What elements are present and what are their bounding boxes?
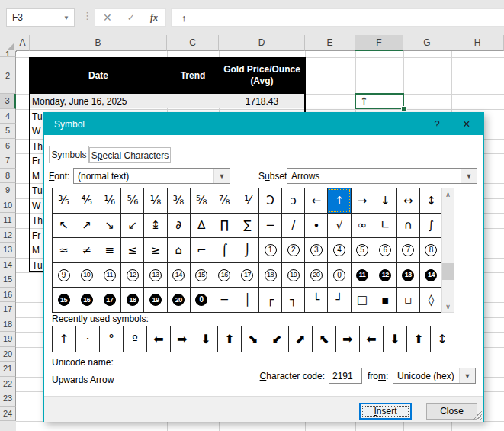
symbol-cell[interactable]: ∫ [420, 214, 442, 238]
symbol-cell[interactable]: ⅟ [236, 188, 258, 213]
symbol-cell[interactable]: ⅘ [75, 188, 98, 213]
symbol-cell[interactable]: ⌐ [191, 238, 213, 262]
subset-dropdown[interactable]: Arrows ▼ [287, 168, 477, 184]
row-header-3[interactable]: 3 [0, 94, 16, 109]
column-header-E[interactable]: E [305, 35, 355, 51]
symbol-cell[interactable]: Ɔ [259, 188, 281, 213]
symbol-cell[interactable]: ← [305, 188, 327, 213]
symbol-cell[interactable]: ─ [213, 288, 236, 312]
symbol-cell[interactable]: ∩ [397, 214, 419, 238]
symbol-cell[interactable]: ◊ [420, 288, 442, 312]
symbol-cell[interactable]: ↓ [374, 188, 396, 213]
symbol-cell[interactable]: 6 [374, 238, 396, 262]
from-dropdown[interactable]: Unicode (hex) ▼ [393, 368, 476, 384]
symbol-cell[interactable]: 17 [98, 288, 120, 312]
row-header-6[interactable]: 6 [0, 139, 16, 154]
recent-symbol-cell[interactable]: ⬇ [194, 326, 217, 352]
symbol-cell[interactable]: 1 [259, 238, 281, 262]
name-box-dropdown-icon[interactable]: ▼ [63, 14, 74, 21]
symbol-cell[interactable]: 16 [75, 288, 98, 312]
recent-symbol-cell[interactable]: ⬊ [242, 326, 265, 352]
row-header-5[interactable]: 5 [0, 124, 16, 139]
symbol-cell[interactable]: │ [236, 288, 258, 312]
row-header-17[interactable]: 17 [0, 302, 16, 317]
symbol-cell[interactable]: ⅛ [144, 188, 166, 213]
scroll-down-icon[interactable]: ∨ [442, 301, 454, 312]
symbol-cell[interactable]: 12 [374, 263, 396, 288]
symbol-cell[interactable]: 20 [168, 288, 190, 312]
recent-symbol-cell[interactable]: ⬈ [289, 326, 312, 352]
recent-symbol-cell[interactable]: ⬇ [384, 326, 406, 352]
symbol-cell[interactable]: 15 [53, 288, 75, 312]
row-header-19[interactable]: 19 [0, 332, 16, 347]
chevron-down-icon[interactable]: ▼ [461, 169, 477, 183]
select-all-corner[interactable] [0, 35, 17, 52]
chevron-down-icon[interactable]: ▼ [459, 368, 475, 383]
row-header-20[interactable]: 20 [0, 347, 16, 362]
recent-symbol-cell[interactable]: ⬋ [265, 326, 288, 352]
symbol-cell[interactable]: ≈ [53, 238, 75, 262]
symbol-cell[interactable]: ɔ [282, 188, 304, 213]
symbol-cell[interactable]: 4 [328, 238, 350, 262]
symbol-cell[interactable]: 13 [144, 263, 166, 288]
symbol-cell[interactable]: ⅗ [53, 188, 75, 213]
symbol-cell[interactable]: 20 [305, 263, 327, 288]
symbol-cell[interactable]: − [259, 214, 281, 238]
symbol-cell[interactable]: 3 [305, 238, 327, 262]
row-header-11[interactable]: 11 [0, 213, 16, 228]
insert-button[interactable]: Insert [359, 403, 412, 420]
symbol-cell[interactable]: ∞ [352, 214, 374, 238]
symbol-cell[interactable]: ↘ [98, 214, 120, 238]
recent-symbol-cell[interactable]: ⬆ [407, 326, 430, 352]
row-header-24[interactable]: 24 [0, 407, 16, 422]
symbol-cell[interactable]: 13 [397, 263, 419, 288]
symbol-cell[interactable]: ▫ [397, 288, 419, 312]
column-header-D[interactable]: D [219, 35, 305, 51]
symbol-cell[interactable]: ⌠ [213, 238, 236, 262]
symbol-cell[interactable]: √ [328, 214, 350, 238]
symbol-cell[interactable]: ∙ [305, 214, 327, 238]
recent-symbol-cell[interactable]: ⬉ [313, 326, 335, 352]
insert-function-icon[interactable]: fx [150, 12, 158, 24]
selected-cell-f3[interactable]: ↑ [355, 93, 404, 109]
recent-symbol-cell[interactable]: º [124, 326, 146, 352]
symbol-cell[interactable]: ↕ [420, 188, 442, 213]
symbol-cell[interactable]: ⅝ [191, 188, 213, 213]
symbol-cell[interactable]: → [352, 188, 374, 213]
column-header-F[interactable]: F [355, 35, 403, 51]
symbol-cell[interactable]: 12 [121, 263, 143, 288]
help-icon[interactable]: ? [424, 118, 450, 130]
recent-symbol-cell[interactable]: ⬅ [336, 326, 359, 352]
symbol-cell[interactable]: 18 [259, 263, 281, 288]
symbol-cell[interactable]: ┘ [328, 288, 350, 312]
symbol-cell[interactable]: ∂ [168, 214, 190, 238]
recent-symbol-cell[interactable]: ⬅ [171, 326, 194, 352]
resize-grip-icon[interactable] [473, 410, 482, 420]
row-header-8[interactable]: 8 [0, 169, 16, 184]
symbol-cell[interactable]: ⅞ [213, 188, 236, 213]
row-header-7[interactable]: 7 [0, 153, 16, 169]
symbol-cell[interactable]: ⌡ [236, 238, 258, 262]
recent-symbol-cell[interactable]: ⬅ [360, 326, 383, 352]
symbol-cell[interactable]: 0 [191, 288, 213, 312]
symbol-cell-selected[interactable]: ↑ [328, 188, 350, 213]
symbol-cell[interactable]: 0 [328, 263, 350, 288]
column-header-B[interactable]: B [30, 35, 167, 51]
recent-symbol-cell[interactable]: · [76, 326, 99, 352]
close-icon[interactable]: × [450, 117, 483, 131]
symbol-cell[interactable]: 14 [168, 263, 190, 288]
symbol-cell[interactable]: ∟ [374, 214, 396, 238]
row-header-22[interactable]: 22 [0, 377, 16, 392]
name-box[interactable]: F3 ▼ [6, 8, 75, 27]
symbol-cell[interactable]: ↗ [75, 214, 98, 238]
row-header-10[interactable]: 10 [0, 198, 16, 214]
row-header-15[interactable]: 15 [0, 272, 16, 288]
symbol-cell[interactable]: ≤ [121, 238, 143, 262]
symbol-cell[interactable]: ∆ [191, 214, 213, 238]
symbol-cell[interactable]: ≠ [75, 238, 98, 262]
row-header-9[interactable]: 9 [0, 183, 16, 198]
tab-special-characters[interactable]: Special Characters [89, 147, 171, 163]
symbol-cell[interactable]: 18 [121, 288, 143, 312]
recent-symbol-cell[interactable]: ° [100, 326, 123, 352]
row-header-12[interactable]: 12 [0, 228, 16, 243]
